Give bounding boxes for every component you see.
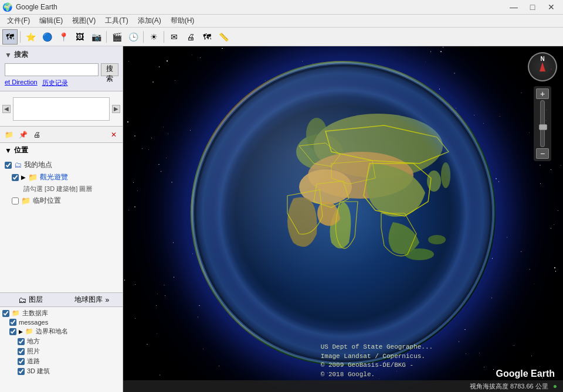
toolbar-map-btn[interactable]: 🗺 xyxy=(2,29,18,45)
temp-checkbox[interactable] xyxy=(12,197,19,204)
toolbar-overlay-btn[interactable]: 🖼 xyxy=(72,29,87,45)
tourism-expand-icon: ▶ xyxy=(21,174,26,180)
3d-buildings-checkbox[interactable] xyxy=(18,368,25,375)
3d-buildings-label: 3D 建筑 xyxy=(27,367,50,376)
search-row: 搜索 xyxy=(2,61,120,77)
menu-edit[interactable]: 编辑(E) xyxy=(35,15,67,27)
attribution-line3: © 2009 GeoBasis-DE/BKG - xyxy=(321,361,433,370)
close-button[interactable]: ✕ xyxy=(542,0,561,15)
menu-tools[interactable]: 工具(T) xyxy=(100,15,133,27)
statusbar: 视角海拔高度 8783.66 公里 ● xyxy=(123,380,563,392)
my-places-checkbox[interactable] xyxy=(5,162,12,169)
toolbar-history-btn[interactable]: 🕒 xyxy=(126,29,141,45)
attribution: US Dept of State Geographe... Image Land… xyxy=(321,343,433,379)
titlebar-controls: — □ ✕ xyxy=(504,0,561,15)
history-link[interactable]: 历史记录 xyxy=(42,79,68,87)
compass[interactable]: N xyxy=(528,52,557,81)
layer-primary-db: 📁 主数据库 xyxy=(1,308,121,318)
zoom-control: + − xyxy=(534,86,551,161)
scroll-area: ◀ ▶ xyxy=(0,91,123,127)
gallery-tab-label: 地球图库 xyxy=(74,295,103,305)
photos-checkbox[interactable] xyxy=(18,348,25,355)
messages-checkbox[interactable] xyxy=(9,319,16,326)
places-tree: 🗂 我的地点 ▶ 📁 觀光遊覽 請勾選 [3D 建築物] 圖層 📁 xyxy=(0,158,123,292)
tab-gallery[interactable]: 地球图库 » xyxy=(62,293,123,306)
compass-needle xyxy=(540,62,545,71)
google-earth-logo: Google Earth xyxy=(496,369,555,379)
titlebar: 🌍 Google Earth — □ ✕ xyxy=(0,0,563,15)
toolbar-sep-1 xyxy=(20,31,21,43)
borders-label: 边界和地名 xyxy=(36,327,68,336)
layers-bottom: 🗂 图层 地球图库 » 📁 主数据库 messages xyxy=(0,292,123,392)
menu-file[interactable]: 文件(F) xyxy=(2,15,35,27)
places-layer-label: 地方 xyxy=(27,337,40,346)
tourism-checkbox[interactable] xyxy=(12,174,19,181)
scroll-right-btn[interactable]: ▶ xyxy=(112,105,120,113)
globe[interactable] xyxy=(191,61,496,366)
tab-layers[interactable]: 🗂 图层 xyxy=(0,293,62,306)
layer-photos: 照片 xyxy=(1,346,121,356)
scroll-left-btn[interactable]: ◀ xyxy=(2,105,11,113)
print-btn[interactable]: 🖨 xyxy=(30,128,43,141)
toolbar-record-btn[interactable]: 📷 xyxy=(89,29,104,45)
toolbar-email-btn[interactable]: ✉ xyxy=(167,29,182,45)
layers-tab-label: 图层 xyxy=(29,295,43,305)
places-tourism: ▶ 📁 觀光遊覽 xyxy=(2,171,120,183)
search-header: ▼ 搜索 xyxy=(2,49,120,61)
panel-close-btn[interactable]: ✕ xyxy=(107,128,120,141)
gallery-arrow-icon: » xyxy=(105,296,109,304)
main-layout: ▼ 搜索 搜索 et Direction 历史记录 ◀ ▶ 📁 📌 🖨 ✕ xyxy=(0,46,563,392)
menubar: 文件(F) 编辑(E) 视图(V) 工具(T) 添加(A) 帮助(H) xyxy=(0,15,563,28)
photos-label: 照片 xyxy=(27,347,40,356)
search-arrow-icon: ▼ xyxy=(5,51,12,59)
new-folder-btn[interactable]: 📁 xyxy=(2,128,15,141)
primary-db-checkbox[interactable] xyxy=(2,310,9,317)
layer-messages: messages xyxy=(1,318,121,326)
nav-controls: N + − xyxy=(528,52,557,161)
menu-add[interactable]: 添加(A) xyxy=(133,15,166,27)
toolbar-path-btn[interactable]: 📍 xyxy=(56,29,71,45)
layers-tabs: 🗂 图层 地球图库 » xyxy=(0,293,123,307)
menu-help[interactable]: 帮助(H) xyxy=(166,15,199,27)
search-button[interactable]: 搜索 xyxy=(101,63,118,76)
toolbar-sep-4 xyxy=(164,31,164,43)
roads-checkbox[interactable] xyxy=(18,358,25,365)
scroll-inner xyxy=(13,97,110,121)
zoom-out-btn[interactable]: − xyxy=(536,148,549,159)
status-indicator-icon: ● xyxy=(553,382,557,390)
map-area[interactable]: N + − US Dept of State Geographe... Imag… xyxy=(123,46,563,392)
layer-roads: 道路 xyxy=(1,356,121,366)
toolbar: 🗺 ⭐ 🔵 📍 🖼 📷 🎬 🕒 ☀ ✉ 🖨 🗺 📏 xyxy=(0,28,563,46)
layers-icon: 🗂 xyxy=(18,295,26,305)
toolbar-placemark-btn[interactable]: ⭐ xyxy=(23,29,38,45)
places-layer-checkbox[interactable] xyxy=(18,338,25,345)
new-placemark-btn[interactable]: 📌 xyxy=(16,128,29,141)
minimize-button[interactable]: — xyxy=(504,0,523,15)
toolbar-measure-btn[interactable]: 📏 xyxy=(216,29,231,45)
toolbar-google-maps-btn[interactable]: 🗺 xyxy=(199,29,215,45)
temp-label: 临时位置 xyxy=(33,196,61,206)
search-input[interactable] xyxy=(5,63,99,76)
get-direction-link[interactable]: et Direction xyxy=(5,79,38,87)
places-temp: 📁 临时位置 xyxy=(2,195,120,207)
toolbar-sun-btn[interactable]: ☀ xyxy=(146,29,161,45)
layers-tree: 📁 主数据库 messages ▶ 📁 边界和地名 xyxy=(0,307,123,392)
zoom-thumb xyxy=(539,124,547,130)
places-my-places: 🗂 我的地点 xyxy=(2,159,120,171)
tourism-label[interactable]: 觀光遊覽 xyxy=(40,172,68,182)
globe-container[interactable] xyxy=(123,46,563,380)
toolbar-print-btn[interactable]: 🖨 xyxy=(183,29,198,45)
borders-checkbox[interactable] xyxy=(9,328,16,335)
my-places-folder-icon: 🗂 xyxy=(14,161,22,169)
tourism-folder-icon: 📁 xyxy=(28,173,38,182)
toolbar-polygon-btn[interactable]: 🔵 xyxy=(39,29,55,45)
attribution-line1: US Dept of State Geographe... xyxy=(321,343,433,352)
maximize-button[interactable]: □ xyxy=(523,0,542,15)
statusbar-text: 视角海拔高度 8783.66 公里 xyxy=(470,382,548,391)
zoom-in-btn[interactable]: + xyxy=(536,88,549,99)
toolbar-tour-btn[interactable]: 🎬 xyxy=(109,29,124,45)
compass-ring[interactable]: N xyxy=(528,52,557,81)
zoom-slider[interactable] xyxy=(540,100,545,147)
menu-view[interactable]: 视图(V) xyxy=(67,15,100,27)
messages-label: messages xyxy=(19,319,48,326)
